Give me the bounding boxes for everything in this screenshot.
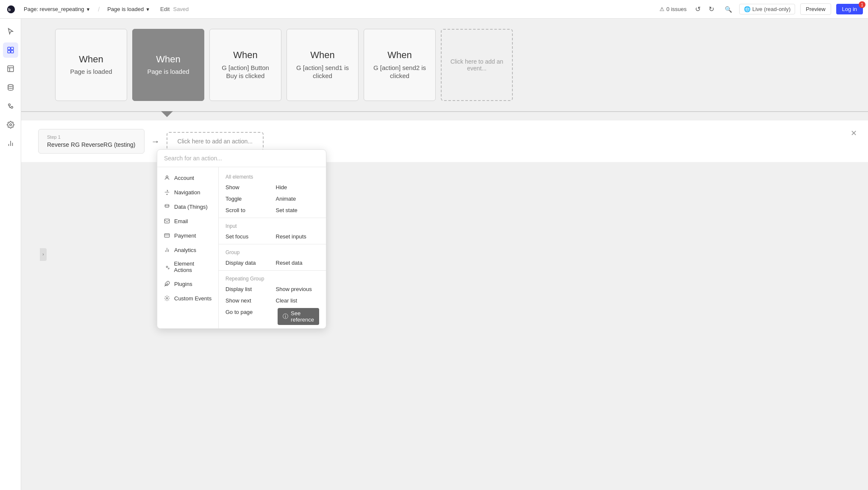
add-event-card[interactable]: Click here to add an event... [441,29,513,101]
action-display-list[interactable]: Display list [222,283,273,295]
data-things-icon [163,203,171,210]
action-search-input[interactable] [164,155,319,162]
category-custom-events[interactable]: Custom Events [157,291,218,305]
close-icon: ✕ [851,129,857,138]
action-clear-list[interactable]: Clear list [273,295,323,306]
sidebar-item-settings[interactable] [3,117,18,132]
divider-input [219,218,326,218]
event-card-4-title: G [action] send2 is clicked [371,64,428,80]
event-name-label: Page is loaded [107,6,144,12]
section-group: Group [219,246,326,257]
sidebar-item-data[interactable] [3,80,18,95]
selected-event-arrow [161,111,173,117]
divider-group [219,244,326,244]
action-display-data[interactable]: Display data [222,257,273,269]
svg-point-10 [8,104,10,106]
category-email[interactable]: Email [157,214,218,228]
saved-label: Saved [173,6,189,12]
action-row-display-list: Display list Show previous [219,283,326,295]
issues-indicator[interactable]: ⚠ 0 issues [659,6,687,12]
event-card-1-title: Page is loaded [147,67,189,76]
event-name-chevron-icon: ▼ [145,7,150,12]
action-set-focus[interactable]: Set focus [222,231,273,242]
action-show-previous[interactable]: Show previous [273,283,323,295]
category-payment[interactable]: Payment [157,228,218,243]
section-all-elements: All elements [219,171,326,182]
category-account[interactable]: Account [157,171,218,185]
svg-point-17 [165,204,169,206]
sidebar-item-elements[interactable] [3,42,18,58]
action-dropdown-body: Account Navigation [157,167,326,328]
action-row-show-next: Show next Clear list [219,295,326,306]
app-logo: b [5,3,17,15]
preview-button[interactable]: Preview [800,3,831,15]
svg-point-12 [9,124,11,126]
event-card-4[interactable]: When G [action] send2 is clicked [364,29,436,101]
category-plugins-label: Plugins [174,281,192,287]
event-card-1[interactable]: When Page is loaded [132,29,204,101]
event-name-selector[interactable]: Page is loaded ▼ [104,4,153,14]
category-plugins[interactable]: Plugins [157,277,218,291]
login-button[interactable]: Log in 1 [836,4,863,14]
email-icon [163,217,171,225]
navigation-icon [163,188,171,196]
canvas-area: When Page is loaded When Page is loaded … [21,19,868,490]
sidebar-item-logic[interactable] [3,98,18,114]
page-name-selector[interactable]: Page: reverse_repeating ▼ [20,4,94,14]
category-navigation[interactable]: Navigation [157,185,218,199]
action-toggle[interactable]: Toggle [222,193,273,204]
redo-button[interactable]: ↻ [705,3,717,15]
event-card-3[interactable]: When G [action] send1 is clicked [287,29,359,101]
live-readonly-indicator[interactable]: 🌐 Live (read-only) [739,4,795,14]
page-name-label: Page: reverse_repeating [24,6,84,12]
svg-rect-19 [164,234,170,237]
event-card-0[interactable]: When Page is loaded [55,29,127,101]
svg-rect-3 [11,47,13,50]
sidebar-item-layout[interactable] [3,61,18,76]
page-name-chevron-icon: ▼ [86,7,90,12]
info-circle-icon: ⓘ [283,313,288,320]
action-reset-inputs[interactable]: Reset inputs [273,231,323,242]
step-label: Step 1 [47,134,136,140]
custom-events-icon [163,294,171,302]
see-reference-label: See reference [291,310,314,323]
section-input: Input [219,220,326,231]
event-card-2[interactable]: When G [action] Button Buy is clicked [209,29,281,101]
action-set-state[interactable]: Set state [273,204,323,216]
event-card-2-title: G [action] Button Buy is clicked [217,64,274,80]
payment-icon [163,232,171,239]
add-action-button[interactable]: Click here to add an action... [167,132,264,151]
category-element-actions[interactable]: Element Actions [157,257,218,277]
svg-point-16 [166,176,168,178]
see-reference-button[interactable]: ⓘ See reference [278,308,319,325]
category-data-label: Data (Things) [174,204,208,210]
category-analytics-label: Analytics [174,247,196,253]
login-label: Log in [842,6,857,12]
search-button[interactable]: 🔍 [722,3,734,15]
category-analytics[interactable]: Analytics [157,243,218,257]
close-workflow-button[interactable]: ✕ [848,127,860,139]
account-icon [163,174,171,182]
undo-redo-group: ↺ ↻ [692,3,717,15]
category-data[interactable]: Data (Things) [157,199,218,214]
globe-icon: 🌐 [744,6,751,12]
sidebar-collapse-toggle[interactable]: › [40,248,47,261]
action-hide[interactable]: Hide [273,182,323,193]
action-animate[interactable]: Animate [273,193,323,204]
category-navigation-label: Navigation [174,189,200,196]
action-search-container [157,150,326,167]
action-reset-data[interactable]: Reset data [273,257,323,269]
action-show-next[interactable]: Show next [222,295,273,306]
navbar: b Page: reverse_repeating ▼ / Page is lo… [0,0,868,19]
sidebar-item-chart[interactable] [3,136,18,151]
warning-icon: ⚠ [659,6,665,12]
add-event-label: Click here to add an event... [448,58,505,72]
action-show[interactable]: Show [222,182,273,193]
action-go-to-page[interactable]: Go to page [222,306,274,327]
svg-rect-6 [8,66,14,72]
action-scroll-to[interactable]: Scroll to [222,204,273,216]
sidebar-item-cursor[interactable] [3,24,18,39]
undo-button[interactable]: ↺ [692,3,704,15]
svg-rect-4 [8,50,10,53]
navbar-right: ⚠ 0 issues ↺ ↻ 🔍 🌐 Live (read-only) Prev… [659,3,863,15]
